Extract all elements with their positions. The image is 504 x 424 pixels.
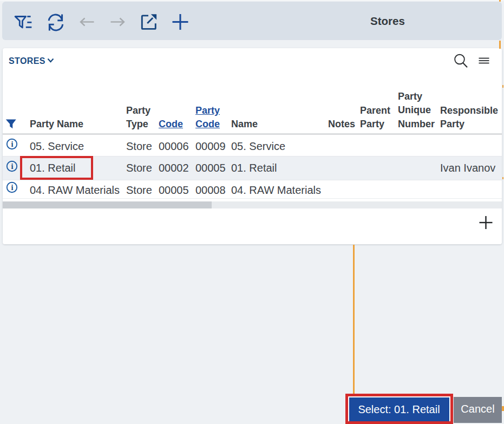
- svg-text:i: i: [11, 162, 13, 171]
- svg-text:i: i: [11, 183, 13, 192]
- svg-text:i: i: [11, 140, 13, 148]
